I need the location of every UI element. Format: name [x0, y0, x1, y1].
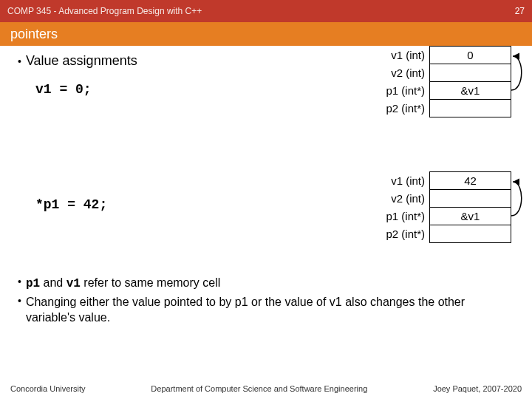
code-inline: v1	[66, 277, 81, 290]
memory-diagram-1: v1 (int)0 v2 (int) p1 (int*)&v1 p2 (int*…	[377, 46, 512, 117]
footer-center: Department of Computer Science and Softw…	[151, 384, 367, 393]
bullet-dot-icon: •	[18, 55, 21, 67]
header-bar: COMP 345 - Advanced Program Design with …	[0, 0, 532, 22]
notes-block: • p1 and v1 refer to same memory cell • …	[18, 275, 517, 327]
section-assign-p1: *p1 = 42;	[18, 197, 107, 212]
slide-body: •Value assignments v1 = 0; v1 (int)0 v2 …	[0, 46, 532, 378]
code-inline: p1	[26, 277, 40, 290]
footer-bar: Concordia University Department of Compu…	[0, 378, 532, 399]
code-v1: v1 = 0;	[35, 82, 137, 97]
page-number: 27	[515, 6, 525, 16]
section-assign-v1: •Value assignments v1 = 0;	[18, 53, 137, 97]
slide: COMP 345 - Advanced Program Design with …	[0, 0, 532, 399]
pointer-arrow-icon	[377, 46, 533, 127]
note-row: • Changing either the value pointed to b…	[18, 294, 517, 326]
pointer-arrow-icon	[377, 171, 533, 253]
note-text: p1 and v1 refer to same memory cell	[26, 275, 517, 293]
memory-diagram-2: v1 (int)42 v2 (int) p1 (int*)&v1 p2 (int…	[377, 171, 512, 243]
code-p1: *p1 = 42;	[35, 197, 107, 212]
text-span: and	[40, 276, 66, 289]
footer-right: Joey Paquet, 2007-2020	[433, 384, 522, 393]
bullet-dot-icon: •	[18, 294, 21, 326]
subheader-bar: pointers	[0, 22, 532, 46]
heading-text: Value assignments	[26, 53, 137, 68]
subheader-title: pointers	[10, 27, 58, 42]
bullet-heading: •Value assignments	[18, 53, 137, 69]
text-span: refer to same memory cell	[81, 276, 220, 289]
footer-left: Concordia University	[10, 384, 85, 393]
course-title: COMP 345 - Advanced Program Design with …	[7, 6, 202, 16]
note-text: Changing either the value pointed to by …	[26, 294, 517, 326]
bullet-dot-icon: •	[18, 275, 21, 293]
note-row: • p1 and v1 refer to same memory cell	[18, 275, 517, 293]
